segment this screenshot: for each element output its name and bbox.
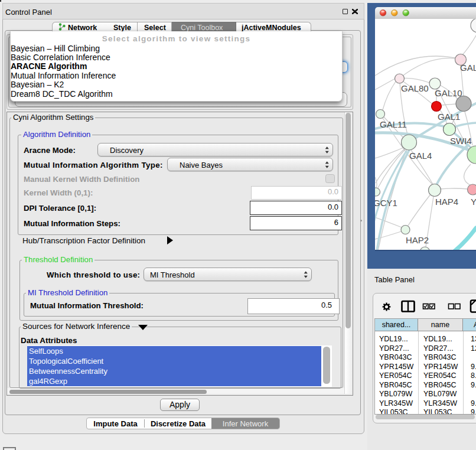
svg-text:GAL80: GAL80: [401, 83, 429, 93]
svg-text:GAL10: GAL10: [435, 88, 462, 98]
svg-text:SWI4: SWI4: [450, 136, 472, 146]
svg-text:GCY1: GCY1: [375, 198, 397, 208]
svg-text:GAL1: GAL1: [438, 112, 460, 122]
svg-text:GAL11: GAL11: [380, 119, 407, 129]
svg-text:Y: Y: [471, 197, 476, 207]
svg-text:GAL7: GAL7: [460, 63, 476, 73]
svg-text:HAP4: HAP4: [435, 197, 458, 207]
svg-text:HAP2: HAP2: [406, 235, 429, 245]
svg-text:GAL4: GAL4: [409, 151, 432, 161]
